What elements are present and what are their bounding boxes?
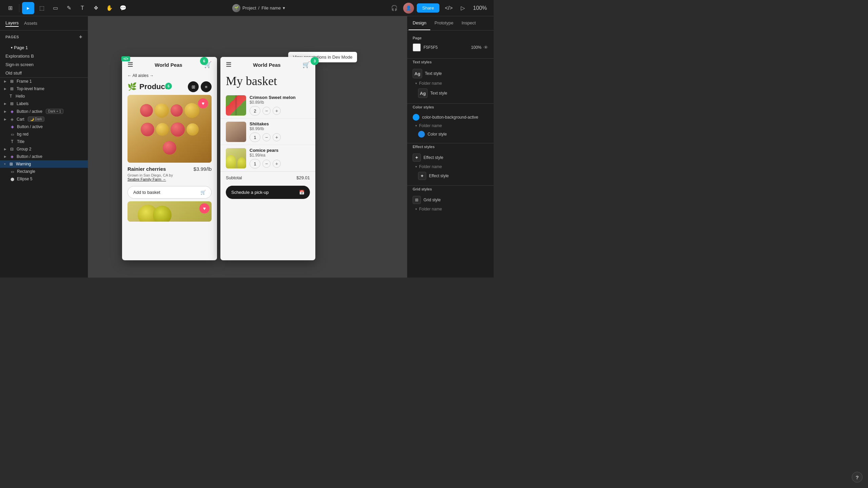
shiitakes-thumbnail — [226, 122, 246, 142]
code-view-button[interactable]: </> — [442, 4, 455, 13]
chevron-icon: ▶ — [4, 155, 6, 158]
headphone-button[interactable]: 🎧 — [388, 3, 400, 13]
grid-style-item-1[interactable]: ⊞ Grid style — [413, 195, 488, 205]
bottom-fruit-area: ♥ — [127, 201, 212, 222]
pear-image2 — [153, 206, 172, 222]
layer-button-active-child[interactable]: ◈ Button / active — [0, 123, 88, 130]
layer-button-active[interactable]: ▶ ◈ Button / active Dark + 1 — [0, 107, 88, 115]
effect-style-item-1[interactable]: ✦ Effect style — [413, 152, 488, 163]
shiitakes-increase-button[interactable]: + — [273, 133, 281, 141]
calendar-icon: 📅 — [299, 190, 304, 195]
home-button[interactable]: ⊞ — [4, 2, 16, 14]
comment-tool-button[interactable]: 💬 — [117, 2, 129, 14]
text-style-item-1[interactable]: Ag Text style — [413, 67, 488, 80]
page-item-page1[interactable]: ▾ Page 1 — [0, 43, 88, 52]
folder-chevron-icon4: ▾ — [415, 207, 417, 211]
text-styles-folder[interactable]: ▾ Folder name — [413, 80, 488, 87]
user-avatar[interactable]: 👤 — [403, 3, 414, 14]
project-avatar: 🌱 — [232, 4, 240, 12]
favorite-button2[interactable]: ♥ — [199, 203, 210, 214]
visibility-icon[interactable]: 👁 — [484, 45, 488, 50]
code-annotation-badge[interactable]: </> — [121, 56, 130, 61]
layer-label: Ellipse 5 — [17, 177, 32, 181]
all-aisles-nav[interactable]: ← All aisles → — [122, 71, 217, 80]
melon-decrease-button[interactable]: − — [262, 107, 271, 115]
effect-style-item-2[interactable]: ✦ Effect style — [413, 170, 488, 181]
cherry-image: ♥ — [127, 95, 212, 163]
hand-tool-button[interactable]: ✋ — [103, 2, 116, 14]
layer-labels[interactable]: ▶ ⊞ Labels — [0, 100, 88, 107]
pages-title: Pages — [5, 35, 19, 39]
assets-tab[interactable]: Assets — [24, 20, 37, 26]
item-name-row: Rainier cherries $3.99/lb — [127, 166, 212, 172]
page-opacity: 100% — [471, 45, 481, 50]
group-icon: ⊟ — [9, 147, 15, 151]
project-breadcrumb[interactable]: Project / File name ▾ — [242, 5, 285, 11]
produce-view-icons: ⊞ ≡ — [188, 81, 212, 92]
frame-icon: ⊞ — [9, 86, 15, 91]
select-tool-button[interactable]: ▸ — [22, 2, 34, 14]
color-styles-folder[interactable]: ▾ Folder name — [413, 122, 488, 129]
pears-qty: 1 — [250, 159, 260, 168]
melon-info: Crimson Sweet melon $0.89/lb 2 − + — [250, 95, 310, 116]
layer-hello[interactable]: T Hello — [0, 93, 88, 100]
color-style-item-1[interactable]: color-button-background-active — [413, 113, 488, 122]
layer-warning[interactable]: ▾ ⊞ Warning — [0, 160, 88, 168]
color-style-item-2[interactable]: Color style — [413, 129, 488, 139]
play-button[interactable]: ▷ — [458, 3, 468, 13]
design-tab[interactable]: Design — [409, 16, 430, 30]
hamburger-icon[interactable]: ☰ — [127, 61, 133, 68]
favorite-button[interactable]: ♥ — [198, 98, 208, 108]
effect-styles-folder[interactable]: ▾ Folder name — [413, 163, 488, 170]
layer-group2[interactable]: ▶ ⊟ Group 2 — [0, 145, 88, 153]
melon-increase-button[interactable]: + — [273, 107, 281, 115]
layer-button-active2[interactable]: ▶ ◈ Button / active — [0, 153, 88, 160]
inspect-tab[interactable]: Inspect — [457, 16, 480, 30]
prototype-tab[interactable]: Prototype — [430, 16, 457, 30]
dark-badge: 🌙 Dark — [28, 117, 44, 122]
basket-title: My basket — [220, 71, 315, 92]
text-style-item-2[interactable]: Ag Text style — [413, 87, 488, 99]
zoom-button[interactable]: 100% — [470, 4, 490, 13]
shiitakes-decrease-button[interactable]: − — [262, 133, 271, 141]
variant-badge: Dark + 1 — [46, 109, 63, 114]
ag-icon-1: Ag — [413, 69, 422, 78]
chevron-icon: ▶ — [4, 80, 6, 83]
pen-tool-button[interactable]: ✎ — [63, 2, 75, 14]
share-button[interactable]: Share — [417, 3, 439, 13]
canvas-area[interactable]: </> 6 3 View annotations in Dev Mode ☰ W… — [88, 16, 407, 278]
grid-view-button[interactable]: ⊞ — [188, 81, 199, 92]
layers-tab[interactable]: Layers — [5, 20, 19, 27]
cherry-dot — [171, 104, 183, 117]
toolbar: ⊞ ▸ ⬚ ▭ ✎ T ❖ ✋ 💬 🌱 Project / File name … — [0, 0, 494, 16]
pears-increase-button[interactable]: + — [273, 160, 281, 168]
layer-ellipse5[interactable]: ⬤ Ellipse 5 — [0, 175, 88, 183]
add-to-basket-button[interactable]: Add to basket 🛒 — [127, 186, 212, 199]
add-page-button[interactable]: + — [79, 34, 82, 40]
page-item-explorations[interactable]: Explorations B — [0, 52, 88, 60]
list-view-button[interactable]: ≡ — [201, 81, 212, 92]
layer-cart[interactable]: ▶ ◈ Cart 🌙 Dark — [0, 115, 88, 123]
grid-styles-title: Grid styles — [413, 187, 488, 191]
text-tool-button[interactable]: T — [76, 2, 88, 14]
page-section-title: Page — [413, 36, 488, 40]
layer-top-level-frame[interactable]: ▶ ⊞ Top-level frame — [0, 85, 88, 93]
layer-bg-red[interactable]: ▭ bg red — [0, 130, 88, 138]
rect-tool-button[interactable]: ▭ — [49, 2, 61, 14]
layer-rectangle[interactable]: ▭ Rectangle — [0, 168, 88, 175]
farm-link[interactable]: Seabre Family Farm → — [127, 177, 166, 181]
hamburger-icon2[interactable]: ☰ — [226, 61, 231, 68]
page-item-old[interactable]: Old stuff — [0, 69, 88, 77]
pears-decrease-button[interactable]: − — [262, 160, 271, 168]
layer-frame1[interactable]: ▶ ⊞ Frame 1 — [0, 78, 88, 85]
frame-tool-button[interactable]: ⬚ — [36, 2, 48, 14]
shiitakes-info: Shiitakes $8.99/lb 1 − + — [250, 121, 310, 142]
page-item-signin[interactable]: Sign-in screen — [0, 60, 88, 69]
effect-styles-section: Effect styles ✦ Effect style ▾ Folder na… — [407, 143, 494, 186]
page-color-swatch[interactable] — [413, 43, 421, 52]
layer-title[interactable]: T Title — [0, 138, 88, 145]
schedule-pickup-button[interactable]: Schedule a pick-up 📅 — [226, 186, 310, 199]
components-tool-button[interactable]: ❖ — [90, 2, 102, 14]
grid-styles-folder[interactable]: ▾ Folder name — [413, 205, 488, 213]
cart-icon2[interactable]: 🛒 — [302, 61, 310, 68]
